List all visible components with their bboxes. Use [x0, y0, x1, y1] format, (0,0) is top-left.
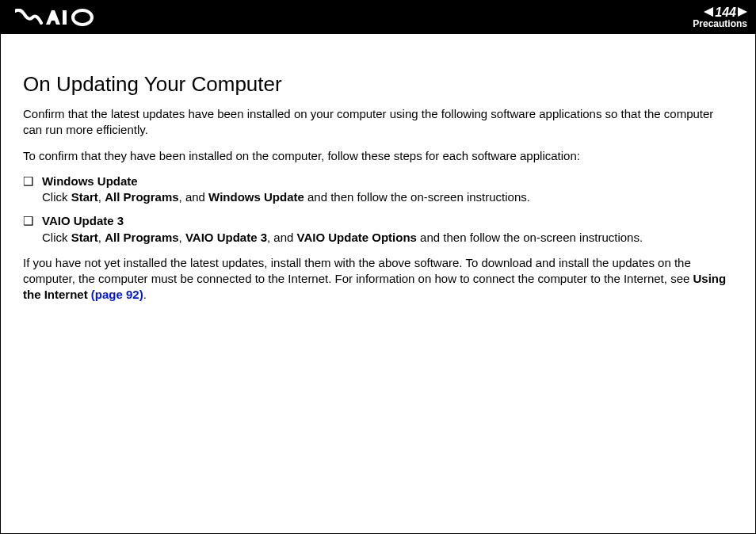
svg-point-1 [73, 10, 92, 25]
page-header: 144 Precautions [1, 1, 755, 34]
text: , and [267, 231, 297, 244]
text: . [143, 288, 147, 301]
text: , [98, 190, 105, 204]
text: , [179, 231, 185, 244]
list-item: ❑ Windows Update Click Start, All Progra… [23, 174, 733, 206]
list-item-body: Windows Update Click Start, All Programs… [42, 174, 733, 206]
text: All Programs [105, 190, 178, 204]
next-page-arrow-icon[interactable] [738, 7, 747, 17]
bullet-icon: ❑ [23, 174, 42, 206]
list-item-body: VAIO Update 3 Click Start, All Programs,… [42, 213, 733, 246]
page-number: 144 [715, 6, 736, 20]
text: If you have not yet installed the latest… [23, 256, 693, 285]
text: Click [42, 231, 71, 244]
item-name: VAIO Update 3 [42, 213, 733, 229]
page-content: On Updating Your Computer Confirm that t… [1, 34, 755, 303]
prev-page-arrow-icon[interactable] [704, 7, 713, 17]
header-nav: 144 Precautions [693, 6, 747, 30]
update-list: ❑ Windows Update Click Start, All Progra… [23, 174, 733, 246]
page-link[interactable]: (page 92) [91, 288, 143, 301]
text: and then follow the on-screen instructio… [304, 190, 530, 204]
svg-rect-0 [63, 10, 67, 25]
text: Click [42, 190, 71, 204]
list-item: ❑ VAIO Update 3 Click Start, All Program… [23, 213, 733, 246]
text: Windows Update [208, 190, 304, 204]
text: All Programs [105, 231, 178, 244]
text: and then follow the on-screen instructio… [417, 231, 643, 244]
intro-paragraph-2: To confirm that they have been installed… [23, 148, 733, 164]
item-name: Windows Update [42, 174, 733, 189]
text: , and [179, 190, 209, 204]
section-name: Precautions [693, 19, 747, 29]
outro-paragraph: If you have not yet installed the latest… [23, 255, 733, 303]
bullet-icon: ❑ [23, 213, 42, 246]
text: VAIO Update 3 [185, 231, 267, 244]
page-title: On Updating Your Computer [23, 72, 733, 97]
vaio-logo [15, 9, 94, 26]
text: Start [71, 190, 98, 204]
text: VAIO Update Options [297, 231, 417, 244]
document-page: 144 Precautions On Updating Your Compute… [0, 0, 756, 534]
text: Start [71, 231, 98, 244]
intro-paragraph-1: Confirm that the latest updates have bee… [23, 106, 733, 139]
text: , [98, 231, 105, 244]
